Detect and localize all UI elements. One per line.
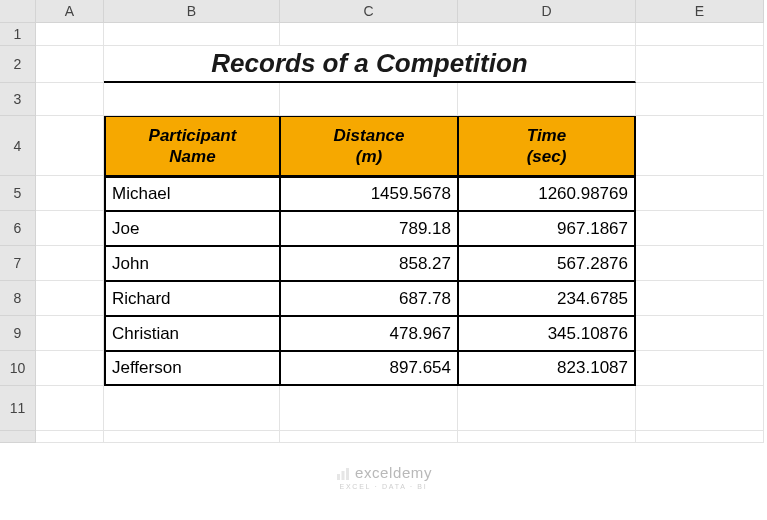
cell-d12[interactable] xyxy=(458,431,636,443)
row-header-6[interactable]: 6 xyxy=(0,211,36,246)
cell-d1[interactable] xyxy=(458,23,636,46)
col-header-a[interactable]: A xyxy=(36,0,104,23)
cell-d11[interactable] xyxy=(458,386,636,431)
cell-c1[interactable] xyxy=(280,23,458,46)
table-row[interactable]: 478.967 xyxy=(280,316,458,351)
cell-e9[interactable] xyxy=(636,316,764,351)
cell-e12[interactable] xyxy=(636,431,764,443)
cell-e4[interactable] xyxy=(636,116,764,176)
cell-a7[interactable] xyxy=(36,246,104,281)
spreadsheet-grid: A B C D E 1 2 Records of a Competition 3… xyxy=(0,0,767,443)
table-row[interactable]: 897.654 xyxy=(280,351,458,386)
cell-a8[interactable] xyxy=(36,281,104,316)
cell-c11[interactable] xyxy=(280,386,458,431)
cell-e10[interactable] xyxy=(636,351,764,386)
table-row[interactable]: Richard xyxy=(104,281,280,316)
cell-e11[interactable] xyxy=(636,386,764,431)
table-row[interactable]: 858.27 xyxy=(280,246,458,281)
table-row[interactable]: 345.10876 xyxy=(458,316,636,351)
watermark-brand: exceldemy xyxy=(355,464,432,481)
table-row[interactable]: Jefferson xyxy=(104,351,280,386)
watermark: exceldemy EXCEL · DATA · BI xyxy=(0,464,767,490)
cell-e2[interactable] xyxy=(636,46,764,83)
table-row[interactable]: Joe xyxy=(104,211,280,246)
cell-e7[interactable] xyxy=(636,246,764,281)
spreadsheet-sheet: A B C D E 1 2 Records of a Competition 3… xyxy=(0,0,767,520)
table-row[interactable]: 1260.98769 xyxy=(458,176,636,211)
chart-icon xyxy=(335,466,351,482)
cell-a11[interactable] xyxy=(36,386,104,431)
col-header-b[interactable]: B xyxy=(104,0,280,23)
table-row[interactable]: 687.78 xyxy=(280,281,458,316)
row-header-2[interactable]: 2 xyxy=(0,46,36,83)
col-header-c[interactable]: C xyxy=(280,0,458,23)
row-header-5[interactable]: 5 xyxy=(0,176,36,211)
cell-a2[interactable] xyxy=(36,46,104,83)
cell-e6[interactable] xyxy=(636,211,764,246)
cell-e3[interactable] xyxy=(636,83,764,116)
row-header-12-cut[interactable] xyxy=(0,431,36,443)
row-header-9[interactable]: 9 xyxy=(0,316,36,351)
cell-c12[interactable] xyxy=(280,431,458,443)
cell-a10[interactable] xyxy=(36,351,104,386)
col-header-d[interactable]: D xyxy=(458,0,636,23)
table-row[interactable]: Christian xyxy=(104,316,280,351)
col-header-e[interactable]: E xyxy=(636,0,764,23)
cell-b12[interactable] xyxy=(104,431,280,443)
cell-a6[interactable] xyxy=(36,211,104,246)
cell-b11[interactable] xyxy=(104,386,280,431)
row-header-11[interactable]: 11 xyxy=(0,386,36,431)
table-row[interactable]: 234.6785 xyxy=(458,281,636,316)
row-header-8[interactable]: 8 xyxy=(0,281,36,316)
cell-b3[interactable] xyxy=(104,83,280,116)
cell-e1[interactable] xyxy=(636,23,764,46)
select-all-corner[interactable] xyxy=(0,0,36,23)
table-row[interactable]: John xyxy=(104,246,280,281)
title-cell[interactable]: Records of a Competition xyxy=(104,46,636,83)
watermark-tagline: EXCEL · DATA · BI xyxy=(0,483,767,490)
row-header-1[interactable]: 1 xyxy=(0,23,36,46)
cell-a1[interactable] xyxy=(36,23,104,46)
table-row[interactable]: 823.1087 xyxy=(458,351,636,386)
table-header-time[interactable]: Time (sec) xyxy=(458,116,636,176)
cell-a3[interactable] xyxy=(36,83,104,116)
table-header-distance[interactable]: Distance (m) xyxy=(280,116,458,176)
row-header-10[interactable]: 10 xyxy=(0,351,36,386)
cell-b1[interactable] xyxy=(104,23,280,46)
row-header-7[interactable]: 7 xyxy=(0,246,36,281)
table-header-participant[interactable]: Participant Name xyxy=(104,116,280,176)
svg-rect-2 xyxy=(346,468,349,480)
table-row[interactable]: 1459.5678 xyxy=(280,176,458,211)
table-row[interactable]: 567.2876 xyxy=(458,246,636,281)
cell-a12[interactable] xyxy=(36,431,104,443)
cell-a4[interactable] xyxy=(36,116,104,176)
cell-a5[interactable] xyxy=(36,176,104,211)
svg-rect-0 xyxy=(337,474,340,480)
cell-e5[interactable] xyxy=(636,176,764,211)
cell-a9[interactable] xyxy=(36,316,104,351)
cell-d3[interactable] xyxy=(458,83,636,116)
row-header-3[interactable]: 3 xyxy=(0,83,36,116)
table-row[interactable]: 967.1867 xyxy=(458,211,636,246)
cell-c3[interactable] xyxy=(280,83,458,116)
table-row[interactable]: 789.18 xyxy=(280,211,458,246)
row-header-4[interactable]: 4 xyxy=(0,116,36,176)
cell-e8[interactable] xyxy=(636,281,764,316)
svg-rect-1 xyxy=(341,471,344,480)
table-row[interactable]: Michael xyxy=(104,176,280,211)
